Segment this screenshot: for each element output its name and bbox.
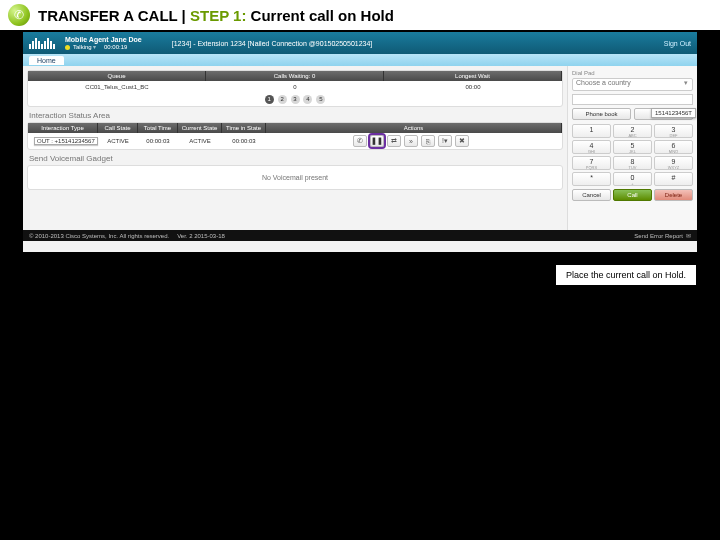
page-1[interactable]: 1 bbox=[265, 95, 274, 104]
queue-row: CC01_Telus_Cust1_BC 0 00:00 bbox=[28, 81, 562, 93]
manual-dial-tag: 1514123456T bbox=[651, 108, 696, 118]
ix-total: 00:00:03 bbox=[138, 138, 178, 144]
ix-callstate: ACTIVE bbox=[98, 138, 138, 144]
link-icon[interactable]: ⎘ bbox=[421, 135, 435, 147]
header-call-info: [1234] - Extension 1234 [Nailed Connecti… bbox=[172, 40, 373, 47]
dial-pad-title: Dial Pad bbox=[572, 70, 693, 76]
report-env-icon: ✉ bbox=[686, 232, 691, 239]
transfer-icon[interactable]: ⇄ bbox=[387, 135, 401, 147]
key-7[interactable]: 7PQRS bbox=[572, 156, 611, 170]
key-star[interactable]: * bbox=[572, 172, 611, 186]
footer-copyright: © 2010-2013 Cisco Systems, Inc. All righ… bbox=[29, 233, 169, 239]
call-button[interactable]: Call bbox=[613, 189, 652, 201]
slide-title-bar: ✆ TRANSFER A CALL | STEP 1: Current call… bbox=[0, 0, 720, 30]
key-hash[interactable]: # bbox=[654, 172, 693, 186]
ix-tis: 00:00:03 bbox=[222, 138, 266, 144]
keypad: 1 2ABC 3DEF 4GHI 5JKL 6MNO 7PQRS 8TUV 9W… bbox=[572, 124, 693, 186]
arrow-icon[interactable]: » bbox=[404, 135, 418, 147]
close-icon[interactable]: ✖ bbox=[455, 135, 469, 147]
agent-name: Mobile Agent Jane Doe bbox=[65, 36, 142, 43]
key-3[interactable]: 3DEF bbox=[654, 124, 693, 138]
col-total-time[interactable]: Total Time bbox=[138, 123, 178, 133]
col-call-state[interactable]: Call State bbox=[98, 123, 138, 133]
isa-title: Interaction Status Area bbox=[29, 111, 561, 120]
voicemail-panel: No Voicemail present bbox=[27, 165, 563, 190]
app-footer: © 2010-2013 Cisco Systems, Inc. All righ… bbox=[23, 230, 697, 241]
col-waiting[interactable]: Calls Waiting: 0 bbox=[206, 71, 384, 81]
col-longest[interactable]: Longest Wait bbox=[384, 71, 562, 81]
interaction-row: OUT : +15141234567 ACTIVE 00:00:03 ACTIV… bbox=[28, 133, 562, 149]
dial-pad-panel: Dial Pad Choose a country Phone book 151… bbox=[567, 66, 697, 241]
vm-title: Send Voicemail Gadget bbox=[29, 154, 561, 163]
ix-current: ACTIVE bbox=[178, 138, 222, 144]
phonebook-button[interactable]: Phone book bbox=[572, 108, 631, 120]
key-1[interactable]: 1 bbox=[572, 124, 611, 138]
ix-type-cell: OUT : +15141234567 bbox=[28, 138, 98, 144]
key-8[interactable]: 8TUV bbox=[613, 156, 652, 170]
step-caption: Place the current call on Hold. bbox=[555, 264, 697, 286]
number-input[interactable] bbox=[572, 94, 693, 105]
key-0[interactable]: 0+ bbox=[613, 172, 652, 186]
slide-title-pre: TRANSFER A CALL | bbox=[38, 7, 190, 24]
ix-actions: ✆ ❚❚ ⇄ » ⎘ !▾ ✖ bbox=[266, 135, 562, 147]
key-5[interactable]: 5JKL bbox=[613, 140, 652, 154]
signout-link[interactable]: Sign Out bbox=[664, 40, 691, 47]
hold-button[interactable]: ❚❚ bbox=[370, 135, 384, 147]
status-timer: 00:00:19 bbox=[104, 44, 127, 50]
col-time-in-state[interactable]: Time in State bbox=[222, 123, 266, 133]
caption-row: Place the current call on Hold. bbox=[23, 264, 697, 286]
key-2[interactable]: 2ABC bbox=[613, 124, 652, 138]
page-2[interactable]: 2 bbox=[278, 95, 287, 104]
alert-icon[interactable]: !▾ bbox=[438, 135, 452, 147]
footer-version: Ver. 2 2015-03-18 bbox=[177, 233, 225, 239]
queue-pager: 1 2 3 4 5 bbox=[28, 93, 562, 106]
page-3[interactable]: 3 bbox=[291, 95, 300, 104]
slide-title: TRANSFER A CALL | STEP 1: Current call o… bbox=[38, 7, 394, 24]
col-current-state[interactable]: Current State bbox=[178, 123, 222, 133]
cisco-logo-icon bbox=[29, 38, 57, 49]
key-4[interactable]: 4GHI bbox=[572, 140, 611, 154]
vm-empty: No Voicemail present bbox=[262, 174, 328, 181]
cancel-button[interactable]: Cancel bbox=[572, 189, 611, 201]
ix-type-tag: OUT : +15141234567 bbox=[34, 137, 98, 145]
send-error-report-link[interactable]: Send Error Report bbox=[634, 233, 683, 239]
agent-block: Mobile Agent Jane Doe Talking ▾ 00:00:19 bbox=[65, 36, 142, 50]
app-screen: Mobile Agent Jane Doe Talking ▾ 00:00:19… bbox=[23, 32, 697, 252]
queue-name: CC01_Telus_Cust1_BC bbox=[28, 81, 206, 93]
manual-dial-button[interactable]: 1514123456T bbox=[634, 108, 693, 120]
key-6[interactable]: 6MNO bbox=[654, 140, 693, 154]
delete-button[interactable]: Delete bbox=[654, 189, 693, 201]
agent-status[interactable]: Talking ▾ 00:00:19 bbox=[65, 43, 142, 50]
phone-icon[interactable]: ✆ bbox=[353, 135, 367, 147]
phone-ball-icon: ✆ bbox=[8, 4, 30, 26]
tab-home[interactable]: Home bbox=[29, 56, 64, 65]
queue-longest: 00:00 bbox=[384, 81, 562, 93]
app-header: Mobile Agent Jane Doe Talking ▾ 00:00:19… bbox=[23, 32, 697, 54]
queues-table: Queue Calls Waiting: 0 Longest Wait CC01… bbox=[27, 70, 563, 107]
slide-title-step: STEP 1: bbox=[190, 7, 246, 24]
col-interaction-type[interactable]: Interaction Type bbox=[28, 123, 98, 133]
slide-title-post: Current call on Hold bbox=[246, 7, 394, 24]
page-4[interactable]: 4 bbox=[303, 95, 312, 104]
status-dot-icon bbox=[65, 45, 70, 50]
queue-waiting: 0 bbox=[206, 81, 384, 93]
col-actions[interactable]: Actions bbox=[266, 123, 562, 133]
country-select[interactable]: Choose a country bbox=[572, 78, 693, 91]
page-5[interactable]: 5 bbox=[316, 95, 325, 104]
tab-strip: Home bbox=[23, 54, 697, 66]
col-queue[interactable]: Queue bbox=[28, 71, 206, 81]
key-9[interactable]: 9WXYZ bbox=[654, 156, 693, 170]
interaction-table: Interaction Type Call State Total Time C… bbox=[27, 122, 563, 150]
